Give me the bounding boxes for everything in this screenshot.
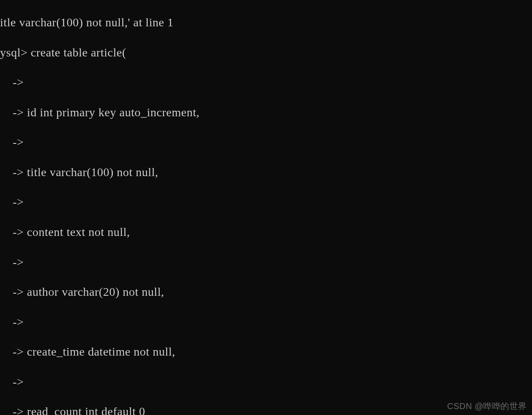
terminal-line: -> id int primary key auto_increment, [0, 105, 532, 120]
terminal-line: -> author varchar(20) not null, [0, 284, 532, 299]
terminal-line: -> [0, 135, 532, 149]
terminal-line: -> create_time datetime not null, [0, 344, 532, 359]
watermark-text: CSDN @哗哗的世界 [447, 401, 527, 412]
terminal-line: -> title varchar(100) not null, [0, 165, 532, 179]
terminal-line: itle varchar(100) not null,' at line 1 [0, 15, 532, 30]
terminal-line: -> [0, 374, 532, 389]
terminal-line: ysql> create table article( [0, 45, 532, 60]
terminal-line: -> [0, 75, 532, 90]
terminal-line: -> [0, 194, 532, 209]
terminal-output[interactable]: itle varchar(100) not null,' at line 1 y… [0, 0, 532, 415]
terminal-line: -> content text not null, [0, 224, 532, 239]
terminal-line: -> [0, 314, 532, 329]
terminal-line: -> [0, 255, 532, 269]
